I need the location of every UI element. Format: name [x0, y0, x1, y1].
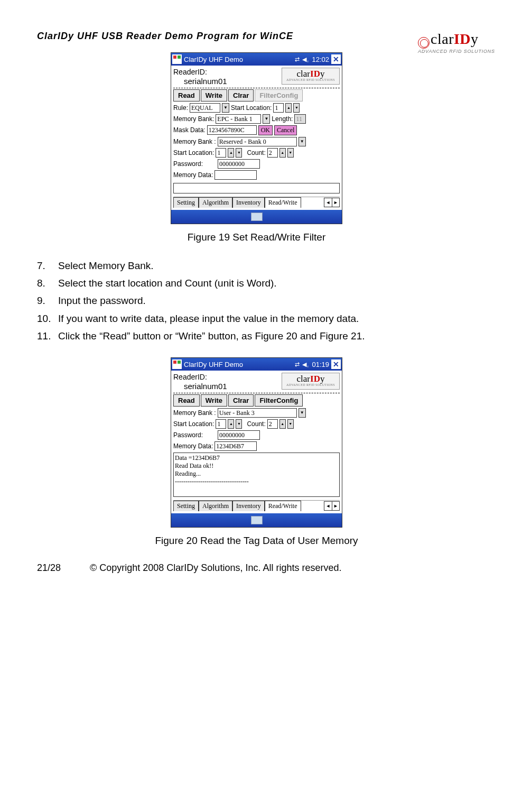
memdata-label: Memory Data: [173, 442, 213, 450]
figure20-caption: Figure 20 Read the Tag Data of User Memo… [37, 535, 476, 547]
spin-down-icon[interactable]: ▼ [236, 148, 242, 158]
clock: 12:02 [312, 56, 329, 63]
read-button[interactable]: Read [173, 394, 200, 407]
instruction-list: 7.Select Memory Bank. 8.Select the start… [37, 257, 476, 345]
memdata-input[interactable] [214, 170, 257, 180]
password-input[interactable]: 00000000 [218, 430, 260, 440]
startloc2-input[interactable]: 1 [216, 148, 226, 158]
doc-title: ClarIDy UHF USB Reader Demo Program for … [37, 31, 476, 42]
spin-down-icon[interactable]: ▼ [293, 103, 300, 113]
startloc-label: Start Location: [231, 104, 272, 112]
count-input[interactable]: 2 [267, 419, 278, 429]
membank2-select[interactable]: Reserved - Bank 0 [218, 137, 297, 146]
password-input[interactable]: 00000000 [218, 159, 260, 169]
startloc-input[interactable]: 1 [216, 419, 226, 429]
dropdown-icon[interactable]: ▼ [299, 408, 306, 418]
cancel-button[interactable]: Cancel [274, 125, 297, 135]
tab-readwrite[interactable]: Read/Write [265, 197, 301, 208]
tab-readwrite[interactable]: Read/Write [265, 501, 301, 511]
clear-button[interactable]: Clrar [228, 89, 254, 102]
tab-algorithm[interactable]: Algorithm [199, 501, 232, 511]
memdata-label: Memory Data: [173, 171, 213, 179]
close-icon[interactable]: ✕ [331, 54, 341, 64]
memdata-input[interactable]: 1234D6B7 [214, 441, 257, 451]
spin-down-icon[interactable]: ▼ [236, 419, 242, 429]
startloc-label: Start Location: [173, 420, 214, 428]
membank-select[interactable]: User - Bank 3 [218, 408, 297, 418]
screenshot-fig19: ClarIDy UHF Demo ⇄ ◀꜀ 12:02 ✕ clarIDy AD… [171, 52, 342, 224]
write-button[interactable]: Write [201, 394, 227, 407]
app-title: ClarIDy UHF Demo [184, 56, 243, 63]
count-input[interactable]: 2 [267, 148, 278, 158]
figure19-caption: Figure 19 Set Read/Write Filter [37, 232, 476, 243]
mask-input[interactable]: 1234567890C [207, 125, 257, 135]
tab-scroll[interactable]: ◄► [324, 501, 340, 511]
clock: 01:19 [312, 361, 329, 368]
tab-scroll[interactable]: ◄► [324, 198, 340, 207]
length-label: Length: [272, 115, 293, 123]
keyboard-icon[interactable] [251, 516, 263, 524]
password-label: Password: [173, 160, 203, 168]
membank-select[interactable]: EPC - Bank 1 [216, 114, 261, 124]
rule-select[interactable]: EQUAL [190, 103, 220, 113]
dropdown-icon[interactable]: ▼ [263, 114, 270, 124]
start-icon[interactable] [172, 359, 182, 369]
app-title: ClarIDy UHF Demo [184, 361, 243, 368]
spin-up-icon[interactable]: ▲ [279, 419, 286, 429]
keyboard-icon[interactable] [251, 213, 263, 221]
length-input: 11 [294, 114, 306, 124]
write-button[interactable]: Write [201, 89, 227, 102]
filterconfig-button[interactable]: FilterConfig [255, 394, 303, 407]
tab-algorithm[interactable]: Algorithm [199, 197, 232, 208]
startloc2-label: Start Location: [173, 149, 214, 156]
filterconfig-button[interactable]: FilterConfig [255, 89, 303, 102]
spin-up-icon[interactable]: ▲ [228, 419, 234, 429]
dropdown-icon[interactable]: ▼ [222, 103, 229, 113]
ok-button[interactable]: OK [258, 125, 273, 135]
spin-up-icon[interactable]: ▲ [285, 103, 292, 113]
clear-button[interactable]: Clrar [228, 394, 254, 407]
rule-label: Rule: [173, 104, 188, 112]
mini-logo: clarIDy ADVANCED RFID SOLUTIONS [282, 373, 340, 390]
membank2-label: Memory Bank : [173, 138, 216, 145]
close-icon[interactable]: ✕ [331, 359, 341, 369]
page-footer: 21/28 © Copyright 2008 ClarIDy Solutions… [37, 562, 476, 574]
status-icons: ⇄ ◀꜀ [295, 361, 310, 368]
startloc-input[interactable]: 1 [273, 103, 284, 113]
spin-down-icon[interactable]: ▼ [287, 148, 294, 158]
output-field[interactable] [173, 183, 340, 193]
membank-label: Memory Bank : [173, 409, 216, 417]
read-button[interactable]: Read [173, 89, 200, 102]
membank-label: Memory Bank: [173, 115, 214, 123]
screenshot-fig20: ClarIDy UHF Demo ⇄ ◀꜀ 01:19 ✕ clarIDy AD… [171, 357, 342, 528]
spin-up-icon[interactable]: ▲ [279, 148, 286, 158]
brand-logo: clarIDy ADVANCED RFID SOLUTIONS [418, 31, 513, 54]
log-output: Data =1234D6B7 Read Data ok!! Reading...… [173, 453, 340, 497]
start-icon[interactable] [172, 54, 182, 64]
count-label: Count: [247, 420, 265, 428]
tab-inventory[interactable]: Inventory [232, 501, 265, 511]
password-label: Password: [173, 431, 203, 439]
mask-label: Mask Data: [173, 126, 206, 134]
copyright: © Copyright 2008 ClarIDy Solutions, Inc.… [90, 562, 341, 574]
tab-inventory[interactable]: Inventory [232, 197, 265, 208]
tab-setting[interactable]: Setting [173, 197, 199, 208]
page-number: 21/28 [37, 562, 90, 574]
spin-up-icon[interactable]: ▲ [228, 148, 234, 158]
dropdown-icon[interactable]: ▼ [299, 137, 306, 146]
count-label: Count: [247, 149, 265, 156]
tab-setting[interactable]: Setting [173, 501, 199, 511]
spin-down-icon[interactable]: ▼ [287, 419, 294, 429]
mini-logo: clarIDy ADVANCED RFID SOLUTIONS [282, 68, 340, 85]
status-icons: ⇄ ◀꜀ [295, 56, 310, 63]
